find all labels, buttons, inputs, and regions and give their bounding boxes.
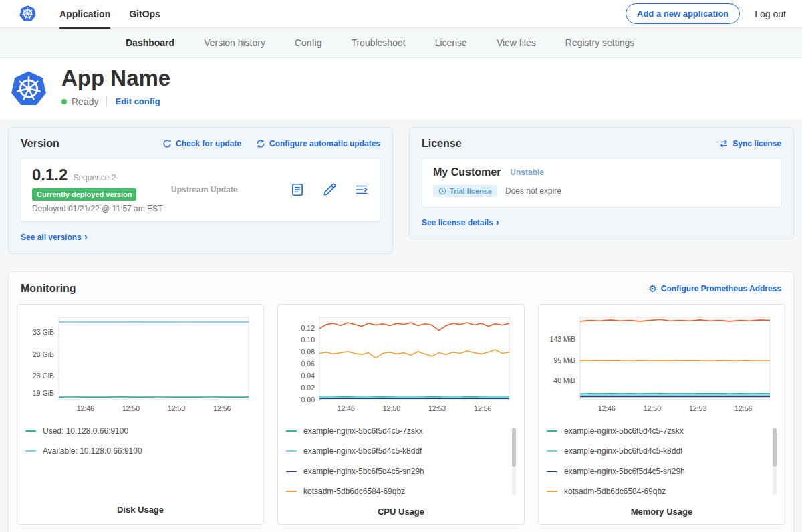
license-card: License Sync license My Customer Unstabl… xyxy=(409,127,794,239)
legend-label: example-nginx-5bc6f5d4c5-sn29h xyxy=(564,467,685,476)
legend-label: example-nginx-5bc6f5d4c5-7zskx xyxy=(564,426,684,436)
tab-view-files[interactable]: View files xyxy=(497,28,536,57)
current-version-box: 0.1.2 Sequence 2 Currently deployed vers… xyxy=(21,158,380,222)
legend-swatch-icon xyxy=(547,471,557,472)
top-navbar: Application GitOps Add a new application… xyxy=(0,0,802,28)
trial-license-badge: Trial license xyxy=(433,185,497,197)
app-subnav: Dashboard Version history Config Trouble… xyxy=(0,28,802,58)
see-license-details-link[interactable]: See license details › xyxy=(422,217,499,228)
license-heading: License xyxy=(422,138,462,150)
svg-text:33 GiB: 33 GiB xyxy=(33,328,54,336)
legend-swatch-icon xyxy=(286,430,297,432)
svg-text:12:56: 12:56 xyxy=(213,404,231,412)
tab-dashboard-label: Dashboard xyxy=(126,37,174,48)
legend-scrollbar[interactable] xyxy=(773,428,777,495)
sync-icon xyxy=(719,139,728,148)
svg-text:12:50: 12:50 xyxy=(122,404,140,412)
svg-text:0.10: 0.10 xyxy=(301,336,315,344)
configure-automatic-updates-link[interactable]: Configure automatic updates xyxy=(256,139,380,148)
legend-label: kotsadm-5db6dc6584-69qbz xyxy=(564,487,666,496)
tab-gitops[interactable]: GitOps xyxy=(129,0,160,28)
version-card: Version Check for update Configure autom… xyxy=(8,127,393,254)
see-all-versions-label: See all versions xyxy=(21,233,82,242)
see-all-versions-link[interactable]: See all versions › xyxy=(21,231,88,243)
status-dot-icon xyxy=(61,99,67,104)
legend-scrollbar-thumb[interactable] xyxy=(773,428,777,467)
trial-license-label: Trial license xyxy=(450,187,492,195)
legend-swatch-icon xyxy=(25,450,36,452)
svg-text:0.04: 0.04 xyxy=(301,372,315,380)
legend-swatch-icon xyxy=(547,430,557,432)
sync-license-link[interactable]: Sync license xyxy=(719,139,781,148)
tab-application[interactable]: Application xyxy=(59,0,110,28)
svg-text:12:50: 12:50 xyxy=(644,404,661,412)
tab-version-history-label: Version history xyxy=(204,37,265,48)
edit-config-link[interactable]: Edit config xyxy=(115,96,160,106)
legend-swatch-icon xyxy=(547,450,557,452)
add-application-button[interactable]: Add a new application xyxy=(626,3,740,24)
edit-config-icon[interactable] xyxy=(322,182,337,197)
svg-text:12:46: 12:46 xyxy=(598,404,616,412)
svg-text:143 MiB: 143 MiB xyxy=(549,335,575,343)
legend-item: example-nginx-5bc6f5d4c5-sn29h xyxy=(286,467,507,476)
deployed-timestamp: Deployed 01/21/22 @ 11:57 am EST xyxy=(32,204,171,213)
svg-text:19 GiB: 19 GiB xyxy=(33,389,54,397)
page-title: App Name xyxy=(61,67,170,90)
tab-license-label: License xyxy=(435,37,467,48)
clock-icon xyxy=(438,187,446,195)
svg-text:12:50: 12:50 xyxy=(383,404,400,412)
svg-text:0.00: 0.00 xyxy=(301,396,315,404)
configure-prometheus-link[interactable]: ⚙ Configure Prometheus Address xyxy=(648,284,781,293)
tab-registry-settings[interactable]: Registry settings xyxy=(565,28,634,57)
tab-license[interactable]: License xyxy=(435,28,467,57)
svg-text:0.06: 0.06 xyxy=(301,360,315,368)
status-badge: Ready xyxy=(72,96,98,107)
legend-label: Used: 10.128.0.66:9100 xyxy=(43,426,128,436)
configure-prometheus-label: Configure Prometheus Address xyxy=(661,284,781,293)
legend-item: Used: 10.128.0.66:9100 xyxy=(25,426,246,436)
svg-text:12:53: 12:53 xyxy=(168,404,185,412)
license-details-box: My Customer Unstable Trial license Does … xyxy=(422,158,781,207)
legend-scrollbar-thumb[interactable] xyxy=(512,428,516,467)
monitoring-heading: Monitoring xyxy=(21,283,76,295)
release-notes-icon[interactable] xyxy=(290,182,305,197)
version-number: 0.1.2 xyxy=(32,166,68,184)
svg-text:12:56: 12:56 xyxy=(474,404,491,412)
logout-button[interactable]: Log out xyxy=(755,9,786,19)
svg-text:28 GiB: 28 GiB xyxy=(33,350,54,358)
tab-application-label: Application xyxy=(59,9,110,19)
legend-item: kotsadm-5db6dc6584-69qbz xyxy=(286,487,507,496)
tab-config-label: Config xyxy=(295,37,321,48)
svg-text:23 GiB: 23 GiB xyxy=(33,372,54,380)
legend-item: example-nginx-5bc6f5d4c5-7zskx xyxy=(547,426,767,436)
svg-text:0.08: 0.08 xyxy=(301,348,315,356)
legend-scrollbar[interactable] xyxy=(512,428,516,495)
legend-item: example-nginx-5bc6f5d4c5-k8ddf xyxy=(286,446,507,456)
view-diff-icon[interactable] xyxy=(354,182,369,197)
chevron-right-icon: › xyxy=(84,231,88,242)
see-license-details-label: See license details xyxy=(422,218,493,227)
disk-usage-chart: 33 GiB28 GiB23 GiB19 GiB12:4612:5012:531… xyxy=(25,313,255,416)
tab-view-files-label: View files xyxy=(497,37,536,48)
legend-label: Available: 10.128.0.66:9100 xyxy=(43,446,142,456)
legend-label: example-nginx-5bc6f5d4c5-sn29h xyxy=(303,467,424,476)
divider xyxy=(106,96,107,106)
tab-dashboard[interactable]: Dashboard xyxy=(126,28,174,57)
legend-item: example-nginx-5bc6f5d4c5-7zskx xyxy=(286,426,507,436)
chart-title: CPU Usage xyxy=(286,507,516,517)
svg-text:12:53: 12:53 xyxy=(428,404,446,412)
legend-item: example-nginx-5bc6f5d4c5-sn29h xyxy=(547,467,767,476)
svg-text:12:53: 12:53 xyxy=(689,404,706,412)
check-for-update-link[interactable]: Check for update xyxy=(162,139,241,148)
legend-swatch-icon xyxy=(286,471,297,472)
tab-config[interactable]: Config xyxy=(295,28,321,57)
cpu-usage-panel: 0.120.100.080.060.040.020.0012:4612:5012… xyxy=(277,304,525,525)
disk-usage-panel: 33 GiB28 GiB23 GiB19 GiB12:4612:5012:531… xyxy=(17,304,264,525)
legend-item: kotsadm-5db6dc6584-69qbz xyxy=(547,487,767,496)
tab-troubleshoot[interactable]: Troubleshoot xyxy=(351,28,405,57)
tab-version-history[interactable]: Version history xyxy=(204,28,265,57)
legend-label: example-nginx-5bc6f5d4c5-7zskx xyxy=(303,426,423,436)
svg-text:0.02: 0.02 xyxy=(301,384,315,392)
auto-update-icon xyxy=(256,139,265,148)
version-sequence: Sequence 2 xyxy=(73,173,116,182)
